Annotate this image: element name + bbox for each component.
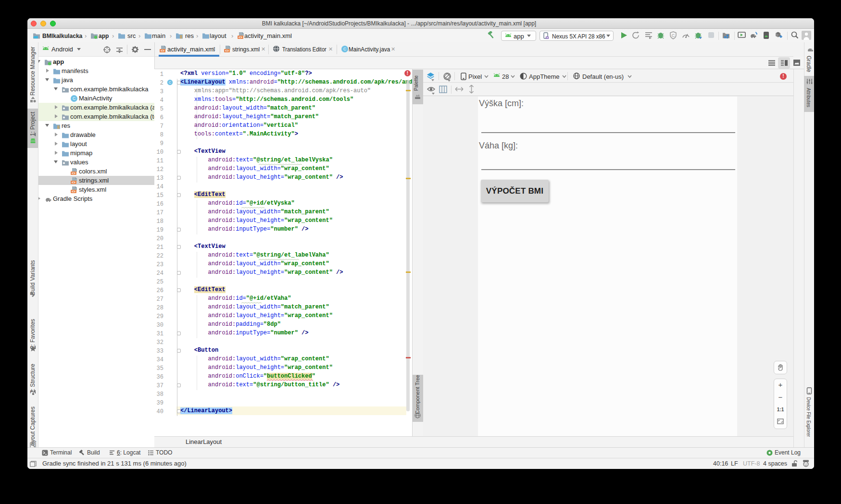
svg-text:<>: <> [225, 49, 229, 53]
svg-text:<>: <> [72, 190, 75, 193]
svg-text:C: C [343, 47, 346, 51]
svg-text:<>: <> [238, 36, 242, 39]
svg-text:<>: <> [72, 172, 75, 175]
svg-text:<>: <> [161, 49, 164, 53]
svg-text:C: C [73, 96, 75, 101]
svg-text:C: C [672, 33, 675, 38]
svg-text:C: C [169, 81, 171, 84]
svg-text:<>: <> [72, 181, 75, 184]
